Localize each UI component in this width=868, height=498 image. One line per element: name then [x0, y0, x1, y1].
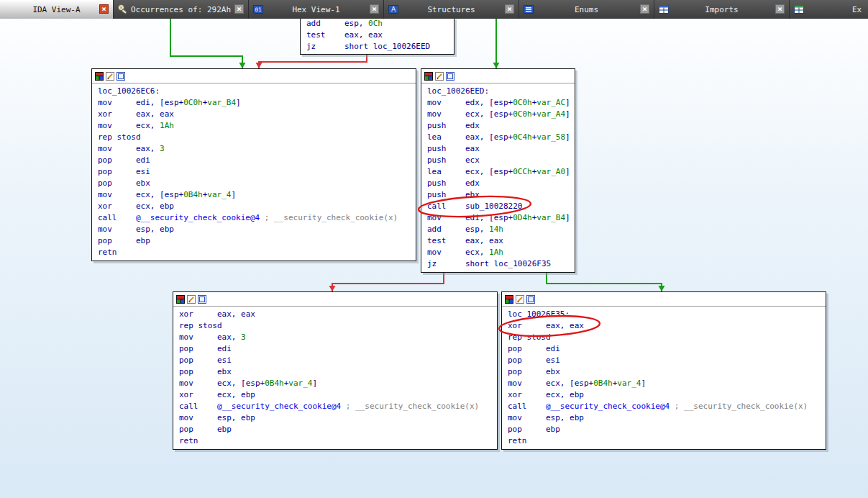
tab-close-icon[interactable]: ×: [640, 4, 649, 14]
code-token: mov ecx, [esp+: [427, 109, 513, 119]
graph-view[interactable]: add esp, 0Chtest eax, eaxjz short loc_10…: [0, 19, 868, 498]
code-token: test eax, eax: [306, 30, 383, 40]
code-line: call sub_10028220: [427, 201, 572, 212]
code-token: 0B4h: [593, 379, 613, 388]
tab-exports[interactable]: Ex: [790, 0, 868, 19]
code-token: call: [179, 402, 217, 411]
code-line: call @__security_check_cookie@4 ; __secu…: [98, 212, 413, 224]
tab-enums[interactable]: Enums×: [519, 0, 654, 19]
code-token: pop esi: [179, 356, 232, 365]
code-token: @__security_check_cookie@4: [546, 402, 670, 411]
code-token: pop esi: [508, 356, 560, 365]
code-token: call: [98, 213, 136, 222]
tab-ida-view-a[interactable]: IDA View-A×: [0, 0, 114, 19]
code-line: mov ecx, [esp+0B4h+var_4]: [98, 189, 413, 201]
code-line: xor eax, eax: [179, 309, 494, 320]
flow-edge-red-3: [332, 273, 444, 291]
node-group-icon[interactable]: [117, 72, 125, 81]
code-token: xor ecx, ebp: [98, 202, 174, 211]
code-token: 1Ah: [489, 248, 503, 257]
code-line: retn: [508, 435, 823, 447]
code-token: lea ecx, [esp+: [427, 167, 513, 176]
node-group-icon[interactable]: [198, 295, 206, 304]
code-token: mov ecx, [esp+: [98, 190, 183, 199]
tab-hex-view-1[interactable]: 01Hex View-1×: [249, 0, 384, 19]
code-line: push edx: [427, 178, 572, 189]
code-token: mov esp, ebp: [508, 413, 584, 422]
basic-block-loc_10026EC6[interactable]: loc_10026EC6:mov edi, [esp+0C0h+var_B4]x…: [91, 68, 416, 261]
code-line: call @__security_check_cookie@4 ; __secu…: [508, 401, 823, 412]
tab-close-icon[interactable]: ×: [370, 4, 379, 14]
basic-block-loc_10026EED[interactable]: loc_10026EED:mov edx, [esp+0C0h+var_AC]m…: [421, 68, 575, 273]
code-line: loc_10026EC6:: [98, 86, 413, 97]
code-line: pop ebp: [179, 424, 494, 435]
code-line: mov edi, [esp+0D4h+var_B4]: [427, 212, 572, 224]
code-token: pop ebp: [179, 425, 232, 434]
node-color-icon[interactable]: [95, 72, 104, 81]
node-edit-icon[interactable]: [106, 72, 114, 81]
code-token: 0C0h: [513, 109, 532, 119]
node-edit-icon[interactable]: [435, 72, 444, 81]
tab-imports[interactable]: Imports×: [654, 0, 790, 19]
code-token: ; __security_check_cookie(x): [675, 402, 808, 411]
code-line: mov eax, 3: [179, 332, 494, 343]
node-group-icon[interactable]: [526, 295, 535, 304]
node-color-icon[interactable]: [505, 295, 513, 304]
basic-block-fallthrough-exit[interactable]: xor eax, eaxrep stosdmov eax, 3pop edipo…: [173, 291, 498, 450]
code-token: pop ebp: [98, 236, 150, 245]
code-line: jz short loc_10026F35: [427, 258, 572, 270]
node-color-icon[interactable]: [176, 295, 185, 304]
edge-arrowhead-icon: [493, 63, 500, 68]
tab-close-icon[interactable]: ×: [775, 4, 785, 14]
node-edit-icon[interactable]: [516, 295, 524, 304]
code-token: xor eax, eax: [179, 309, 255, 319]
code-line: pop esi: [508, 355, 823, 366]
code-token: var_B4: [536, 213, 565, 222]
code-line: mov ecx, [esp+0B4h+var_4]: [508, 378, 823, 389]
disassembly-code: xor eax, eaxrep stosdmov eax, 3pop edipo…: [173, 307, 497, 449]
code-token: var_4: [288, 379, 312, 388]
code-line: pop ebp: [98, 235, 413, 247]
tab-bar: IDA View-A×Occurrences of: 292Ah×01Hex V…: [0, 0, 868, 19]
code-token: ; __security_check_cookie(x): [265, 213, 398, 222]
code-line: rep stosd: [508, 332, 823, 343]
code-line: xor ecx, ebp: [179, 389, 494, 401]
tab-label: Imports: [705, 5, 738, 14]
code-token: 0CCh: [513, 167, 532, 176]
code-token: loc_10026EC6:: [98, 86, 160, 96]
basic-block-entry-clipped[interactable]: add esp, 0Chtest eax, eaxjz short loc_10…: [300, 19, 454, 55]
code-token: 1Ah: [160, 121, 174, 130]
tab-close-icon[interactable]: ×: [505, 4, 514, 14]
node-edit-icon[interactable]: [187, 295, 196, 304]
code-line: mov edx, [esp+0C0h+var_AC]: [427, 97, 572, 109]
code-token: pop ebx: [508, 367, 560, 376]
node-color-icon[interactable]: [424, 72, 433, 81]
structures-icon: A: [388, 4, 399, 15]
code-token: 3: [160, 144, 165, 153]
code-token: mov esp, ebp: [98, 225, 174, 234]
code-token: rep stosd: [179, 321, 222, 330]
code-token: var_4: [207, 190, 231, 199]
tab-close-icon[interactable]: ×: [234, 4, 244, 14]
tab-structures[interactable]: AStructures×: [384, 0, 519, 19]
code-token: ]: [565, 213, 570, 222]
tab-close-icon[interactable]: ×: [99, 4, 109, 14]
code-token: [341, 402, 346, 411]
code-token: ]: [565, 98, 570, 107]
code-line: pop ebx: [508, 366, 823, 378]
code-line: test eax, eax: [306, 30, 451, 41]
code-token: pop esi: [98, 167, 150, 176]
code-token: jz short loc_10026F35: [427, 259, 551, 268]
tab-occurrences[interactable]: Occurrences of: 292Ah×: [114, 0, 249, 19]
code-token: call: [508, 402, 546, 411]
basic-block-loc_10026F35[interactable]: loc_10026F35:xor eax, eaxrep stosdpop ed…: [501, 291, 826, 450]
code-token: 14h: [489, 225, 503, 234]
code-line: add esp, 0Ch: [306, 19, 451, 30]
hex-icon: 01: [252, 4, 264, 15]
node-group-icon[interactable]: [446, 72, 454, 81]
imports-icon: [658, 4, 670, 15]
code-token: push edx: [427, 178, 480, 188]
code-token: ]: [565, 109, 570, 119]
code-token: 0C0h: [183, 98, 203, 107]
code-line: call @__security_check_cookie@4 ; __secu…: [179, 401, 494, 412]
